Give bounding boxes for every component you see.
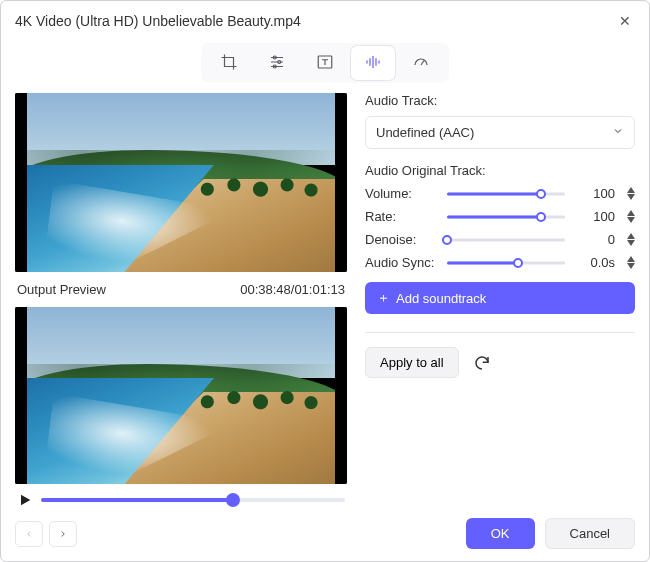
seek-slider[interactable] bbox=[41, 493, 345, 507]
rate-slider[interactable] bbox=[447, 210, 565, 224]
window-title: 4K Video (Ultra HD) Unbelievable Beauty.… bbox=[15, 13, 301, 29]
audiosync-slider[interactable] bbox=[447, 256, 565, 270]
timecode: 00:38:48/01:01:13 bbox=[240, 282, 345, 297]
divider bbox=[365, 332, 635, 333]
rate-value: 100 bbox=[573, 209, 615, 224]
audiosync-label: Audio Sync: bbox=[365, 255, 439, 270]
audio-track-label: Audio Track: bbox=[365, 93, 635, 108]
ok-button[interactable]: OK bbox=[466, 518, 535, 549]
cancel-button[interactable]: Cancel bbox=[545, 518, 635, 549]
audio-track-select[interactable]: Undefined (AAC) bbox=[365, 116, 635, 149]
add-soundtrack-button[interactable]: ＋ Add soundtrack bbox=[365, 282, 635, 314]
text-icon bbox=[316, 53, 334, 74]
text-tab[interactable] bbox=[303, 46, 347, 80]
denoise-value: 0 bbox=[573, 232, 615, 247]
denoise-step-down[interactable] bbox=[627, 240, 635, 246]
rate-label: Rate: bbox=[365, 209, 439, 224]
denoise-label: Denoise: bbox=[365, 232, 439, 247]
volume-label: Volume: bbox=[365, 186, 439, 201]
audiosync-row: Audio Sync: 0.0s bbox=[365, 255, 635, 270]
volume-slider[interactable] bbox=[447, 187, 565, 201]
audio-track-value: Undefined (AAC) bbox=[376, 125, 474, 140]
rate-step-down[interactable] bbox=[627, 217, 635, 223]
crop-icon bbox=[220, 53, 238, 74]
output-preview-label: Output Preview bbox=[17, 282, 106, 297]
original-track-label: Audio Original Track: bbox=[365, 163, 635, 178]
crop-tab[interactable] bbox=[207, 46, 251, 80]
denoise-slider[interactable] bbox=[447, 233, 565, 247]
denoise-step-up[interactable] bbox=[627, 233, 635, 239]
adjust-tab[interactable] bbox=[255, 46, 299, 80]
edit-toolbar bbox=[201, 43, 449, 83]
next-button[interactable] bbox=[49, 521, 77, 547]
speed-tab[interactable] bbox=[399, 46, 443, 80]
play-button[interactable] bbox=[17, 492, 33, 508]
denoise-row: Denoise: 0 bbox=[365, 232, 635, 247]
audiosync-step-up[interactable] bbox=[627, 256, 635, 262]
rate-step-up[interactable] bbox=[627, 210, 635, 216]
rate-row: Rate: 100 bbox=[365, 209, 635, 224]
volume-value: 100 bbox=[573, 186, 615, 201]
source-preview bbox=[15, 93, 347, 272]
audiosync-value: 0.0s bbox=[573, 255, 615, 270]
add-soundtrack-label: Add soundtrack bbox=[396, 291, 486, 306]
plus-icon: ＋ bbox=[377, 289, 390, 307]
output-preview bbox=[15, 307, 347, 484]
apply-to-all-button[interactable]: Apply to all bbox=[365, 347, 459, 378]
speedometer-icon bbox=[412, 53, 430, 74]
volume-row: Volume: 100 bbox=[365, 186, 635, 201]
audio-waveform-icon bbox=[364, 53, 382, 74]
chevron-down-icon bbox=[612, 125, 624, 140]
svg-line-14 bbox=[421, 60, 424, 65]
volume-step-down[interactable] bbox=[627, 194, 635, 200]
prev-button[interactable] bbox=[15, 521, 43, 547]
audiosync-step-down[interactable] bbox=[627, 263, 635, 269]
audio-tab[interactable] bbox=[351, 46, 395, 80]
volume-step-up[interactable] bbox=[627, 187, 635, 193]
sliders-icon bbox=[268, 53, 286, 74]
refresh-icon[interactable] bbox=[473, 354, 491, 372]
close-icon[interactable]: ✕ bbox=[615, 9, 635, 33]
